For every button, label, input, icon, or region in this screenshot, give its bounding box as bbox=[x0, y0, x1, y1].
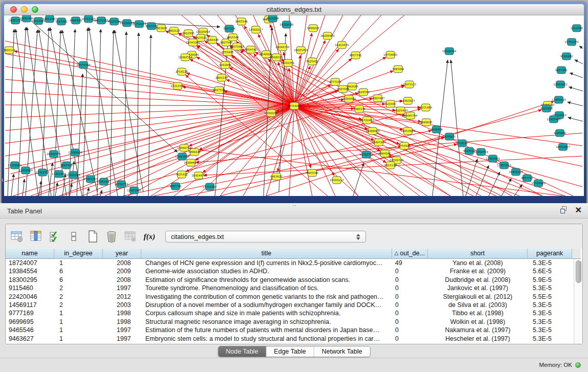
cell-in_degree[interactable]: 1 bbox=[54, 309, 103, 317]
cell-pagerank[interactable]: 5.3E-5 bbox=[528, 335, 572, 343]
cell-in_degree[interactable]: 1 bbox=[54, 335, 103, 343]
network-canvas[interactable]: 1872400786601237663822891295518226058982… bbox=[4, 15, 584, 196]
tab-network-table[interactable]: Network Table bbox=[314, 346, 370, 357]
cell-name[interactable]: 18300295 bbox=[6, 276, 54, 284]
cell-year[interactable]: 1998 bbox=[103, 318, 141, 326]
cell-pagerank[interactable]: 5.3E-5 bbox=[528, 284, 572, 292]
table-row[interactable]: 946362711997Embryonic stem cells: a mode… bbox=[6, 335, 574, 343]
column-header-out_de[interactable]: △out_de... bbox=[392, 249, 428, 259]
cell-title[interactable]: Changes of HCN gene expression and I(f) … bbox=[141, 259, 392, 267]
cell-title[interactable]: Corpus callosum shape and size in male p… bbox=[141, 309, 392, 317]
table-row[interactable]: 1830029562008Estimation of significance … bbox=[6, 276, 574, 284]
memory-status-dot[interactable] bbox=[575, 362, 581, 368]
column-visibility-button[interactable] bbox=[28, 229, 43, 244]
cell-in_degree[interactable]: 1 bbox=[54, 318, 103, 326]
table-settings-button[interactable] bbox=[9, 229, 25, 244]
cell-name[interactable]: 9465546 bbox=[6, 326, 54, 334]
close-panel-icon[interactable]: ✕ bbox=[575, 206, 582, 214]
cell-out_de[interactable]: 0 bbox=[392, 293, 428, 301]
function-builder-button[interactable]: f(x) bbox=[142, 229, 157, 244]
column-header-short[interactable]: short bbox=[428, 249, 528, 259]
cell-name[interactable]: 9777169 bbox=[6, 309, 54, 317]
column-header-title[interactable]: title bbox=[141, 249, 392, 259]
cell-title[interactable]: Tourette syndrome. Phenomenology and cla… bbox=[141, 284, 392, 292]
table-row[interactable]: 969969511998Structural magnetic resonanc… bbox=[6, 318, 574, 326]
cell-in_degree[interactable]: 2 bbox=[54, 284, 103, 292]
table-vertical-scrollbar[interactable] bbox=[574, 259, 582, 344]
scrollbar-thumb[interactable] bbox=[576, 260, 581, 283]
cell-title[interactable]: Genome-wide association studies in ADHD. bbox=[141, 267, 392, 275]
cell-name[interactable]: 14569117 bbox=[6, 301, 54, 309]
cell-pagerank[interactable]: 5.5E-5 bbox=[528, 293, 572, 301]
cell-name[interactable]: 19384554 bbox=[6, 267, 54, 275]
cell-name[interactable]: 18724007 bbox=[6, 259, 54, 267]
cell-out_de[interactable]: 49 bbox=[392, 259, 428, 267]
cell-short[interactable]: de Silva et al. (2003) bbox=[428, 301, 528, 309]
cell-in_degree[interactable]: 1 bbox=[54, 259, 103, 267]
cell-pagerank[interactable]: 5.9E-5 bbox=[528, 276, 572, 284]
cell-pagerank[interactable]: 5.3E-5 bbox=[528, 318, 572, 326]
cell-year[interactable]: 2008 bbox=[103, 259, 141, 267]
cell-short[interactable]: Nakamura et al. (1997) bbox=[428, 326, 528, 334]
cell-short[interactable]: Franke et al. (2009) bbox=[428, 267, 528, 275]
cell-name[interactable]: 22420046 bbox=[6, 293, 54, 301]
column-header-in_degree[interactable]: in_degree bbox=[54, 249, 103, 259]
cell-out_de[interactable]: 0 bbox=[392, 309, 428, 317]
column-header-year[interactable]: year bbox=[103, 249, 141, 259]
tab-node-table[interactable]: Node Table bbox=[218, 346, 266, 357]
table-row[interactable]: 1456911722003Disruption of a novel membe… bbox=[6, 301, 574, 309]
cell-title[interactable]: Investigating the contribution of common… bbox=[141, 293, 392, 301]
cell-name[interactable]: 9463627 bbox=[6, 335, 54, 343]
cell-year[interactable]: 2003 bbox=[103, 301, 141, 309]
cell-pagerank[interactable]: 5.3E-5 bbox=[528, 259, 572, 267]
table-row[interactable]: 911546021997Tourette syndrome. Phenomeno… bbox=[6, 284, 574, 292]
cell-title[interactable]: Disruption of a novel member of a sodium… bbox=[141, 301, 392, 309]
cell-out_de[interactable]: 0 bbox=[392, 326, 428, 334]
cell-short[interactable]: Stergiakouli et al. (2012) bbox=[428, 293, 528, 301]
delete-columns-button[interactable] bbox=[104, 229, 119, 244]
cell-short[interactable]: Tibbo et al. (1998) bbox=[428, 309, 528, 317]
table-row[interactable]: 1938455462009Genome-wide association stu… bbox=[6, 267, 574, 275]
collapse-panel-arrow-icon[interactable] bbox=[0, 178, 3, 182]
cell-in_degree[interactable]: 1 bbox=[54, 326, 103, 334]
table-body[interactable]: 1872400712008Changes of HCN gene express… bbox=[6, 259, 574, 344]
cell-year[interactable]: 2009 bbox=[103, 267, 141, 275]
cell-title[interactable]: Estimation of significance thresholds fo… bbox=[141, 276, 392, 284]
cell-pagerank[interactable]: 5.3E-5 bbox=[528, 309, 572, 317]
panel-resize-grip[interactable] bbox=[292, 205, 296, 206]
cell-in_degree[interactable]: 2 bbox=[54, 293, 103, 301]
cell-year[interactable]: 1998 bbox=[103, 309, 141, 317]
cell-name[interactable]: 9115460 bbox=[6, 284, 54, 292]
network-window[interactable]: citations_edges.txt 18724007866012376638… bbox=[2, 2, 586, 203]
cell-name[interactable]: 9699695 bbox=[6, 318, 54, 326]
cell-year[interactable]: 2012 bbox=[103, 293, 141, 301]
cell-out_de[interactable]: 0 bbox=[392, 276, 428, 284]
table-select-combobox[interactable]: citations_edges.txt bbox=[165, 231, 366, 243]
cell-year[interactable]: 1997 bbox=[103, 284, 141, 292]
cell-out_de[interactable]: 0 bbox=[392, 301, 428, 309]
cell-out_de[interactable]: 0 bbox=[392, 318, 428, 326]
table-row[interactable]: 977716911998Corpus callosum shape and si… bbox=[6, 309, 574, 317]
cell-title[interactable]: Embryonic stem cells: a model to study s… bbox=[141, 335, 392, 343]
new-table-button[interactable] bbox=[85, 229, 100, 244]
delete-table-button[interactable] bbox=[123, 229, 138, 244]
table-row[interactable]: 2242004622012Investigating the contribut… bbox=[6, 293, 574, 301]
network-window-titlebar[interactable]: citations_edges.txt bbox=[4, 4, 584, 15]
cell-out_de[interactable]: 0 bbox=[392, 284, 428, 292]
table-row[interactable]: 946554611997Estimation of the future num… bbox=[6, 326, 574, 334]
cell-in_degree[interactable]: 2 bbox=[54, 301, 103, 309]
cell-title[interactable]: Structural magnetic resonance image aver… bbox=[141, 318, 392, 326]
cell-pagerank[interactable]: 5.6E-5 bbox=[528, 267, 572, 275]
column-header-pagerank[interactable]: pagerank bbox=[528, 249, 572, 259]
cell-out_de[interactable]: 0 bbox=[392, 267, 428, 275]
cell-short[interactable]: Yano et al. (2008) bbox=[428, 259, 528, 267]
tab-edge-table[interactable]: Edge Table bbox=[266, 346, 314, 357]
cell-short[interactable]: Wolkin et al. (1998) bbox=[428, 318, 528, 326]
float-panel-icon[interactable] bbox=[560, 206, 568, 214]
cell-title[interactable]: Estimation of the future numbers of pati… bbox=[141, 326, 392, 334]
cell-in_degree[interactable]: 6 bbox=[54, 276, 103, 284]
table-panel-titlebar[interactable]: Table Panel ✕ bbox=[0, 203, 588, 218]
cell-year[interactable]: 1997 bbox=[103, 326, 141, 334]
cell-short[interactable]: Dudbridge et al. (2008) bbox=[428, 276, 528, 284]
cell-in_degree[interactable]: 6 bbox=[54, 267, 103, 275]
